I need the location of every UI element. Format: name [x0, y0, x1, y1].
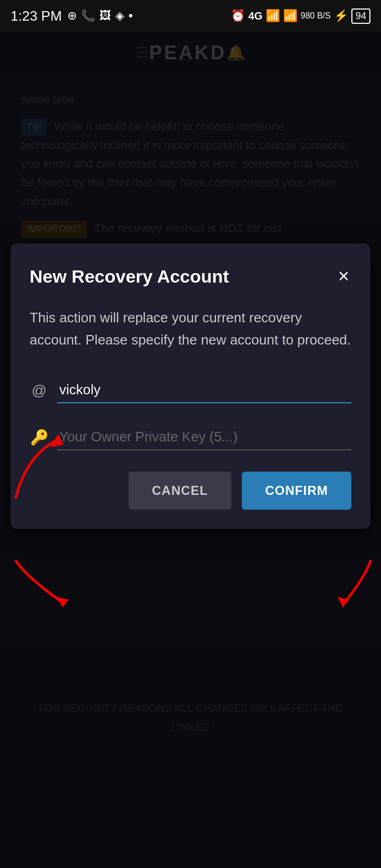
owner-key-input[interactable] — [57, 424, 351, 450]
dialog-title: New Recovery Account — [30, 266, 229, 287]
bolt-icon: ⚡ — [334, 9, 348, 23]
dialog-header: New Recovery Account × — [30, 265, 351, 288]
cancel-button[interactable]: CANCEL — [129, 472, 231, 510]
account-input-group: @ — [30, 377, 351, 403]
status-left: 1:23 PM ⊕ 📞 🖼 ◈ • — [11, 8, 133, 24]
network-label: 4G — [248, 10, 262, 22]
recovery-account-dialog: New Recovery Account × This action will … — [11, 243, 370, 529]
photo-icon: 🖼 — [99, 9, 111, 23]
phone-icon: 📞 — [81, 9, 95, 23]
discord-icon: ◈ — [115, 9, 124, 23]
dialog-buttons: CANCEL CONFIRM — [30, 472, 351, 510]
status-bar: 1:23 PM ⊕ 📞 🖼 ◈ • ⏰ 4G 📶 📶 980 B/S ⚡ 94 — [0, 0, 381, 32]
battery-indicator: 94 — [351, 8, 370, 24]
signal-icon2: 📶 — [283, 9, 297, 23]
dialog-close-button[interactable]: × — [336, 265, 351, 288]
network-speed: 980 B/S — [301, 11, 331, 21]
dot-icon: • — [129, 8, 133, 23]
whatsapp-icon: ⊕ — [67, 9, 77, 23]
confirm-button[interactable]: CONFIRM — [242, 472, 351, 510]
dialog-description: This action will replace your current re… — [30, 307, 351, 351]
signal-bars-icon: 📶 — [266, 9, 280, 23]
at-icon: @ — [30, 382, 49, 399]
key-input-group: 🔑 — [30, 424, 351, 450]
account-name-input[interactable] — [57, 377, 351, 403]
key-icon: 🔑 — [30, 429, 49, 446]
status-time: 1:23 PM — [11, 8, 62, 24]
alarm-icon: ⏰ — [231, 9, 245, 23]
status-right: ⏰ 4G 📶 📶 980 B/S ⚡ 94 — [231, 8, 370, 24]
status-icons-left: ⊕ 📞 🖼 ◈ • — [67, 8, 133, 23]
